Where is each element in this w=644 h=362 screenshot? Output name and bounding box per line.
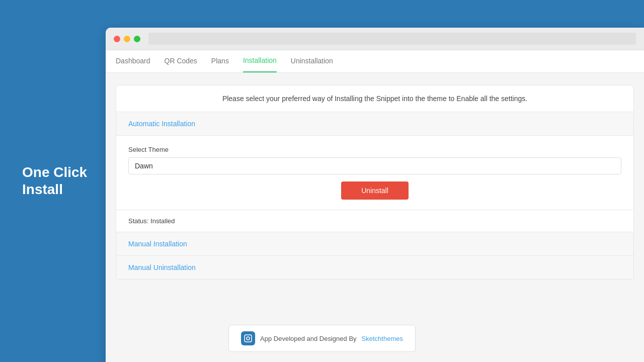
manual-installation-link[interactable]: Manual Installation	[128, 240, 187, 248]
browser-titlebar	[106, 28, 644, 50]
traffic-lights	[114, 36, 140, 42]
theme-input[interactable]	[128, 157, 621, 174]
credit-link[interactable]: Sketchthemes	[362, 335, 403, 342]
automatic-installation-link[interactable]: Automatic Installation	[128, 120, 195, 128]
credit-text: App Developed and Designed By	[260, 335, 357, 342]
status-text: Status: Installed	[116, 210, 633, 232]
sidebar-title: One Click Install	[22, 164, 103, 198]
nav-item-installation[interactable]: Installation	[243, 50, 277, 72]
manual-installation-section: Manual Installation	[116, 232, 633, 256]
nav-item-plans[interactable]: Plans	[211, 50, 229, 72]
uninstall-button[interactable]: Uninstall	[341, 182, 409, 200]
main-card: Please select your preferred way of Inst…	[116, 85, 634, 280]
traffic-light-green[interactable]	[134, 36, 140, 42]
description-bar: Please select your preferred way of Inst…	[116, 85, 633, 112]
nav-item-dashboard[interactable]: Dashboard	[116, 50, 150, 72]
manual-uninstallation-link[interactable]: Manual Uninstallation	[128, 263, 196, 272]
browser-window: Dashboard QR Codes Plans Installation Un…	[106, 28, 644, 362]
select-theme-label: Select Theme	[128, 146, 621, 153]
traffic-light-yellow[interactable]	[124, 36, 130, 42]
select-theme-section: Select Theme Uninstall	[116, 136, 633, 210]
browser-addressbar	[148, 33, 636, 45]
nav-item-uninstallation[interactable]: Uninstallation	[291, 50, 333, 72]
traffic-light-red[interactable]	[114, 36, 120, 42]
app-icon	[241, 331, 255, 345]
browser-nav: Dashboard QR Codes Plans Installation Un…	[106, 50, 644, 73]
nav-item-qrcodes[interactable]: QR Codes	[165, 50, 197, 72]
svg-point-1	[247, 337, 250, 340]
automatic-installation-section: Automatic Installation	[116, 112, 633, 136]
svg-rect-0	[245, 335, 252, 342]
footer-credit: App Developed and Designed By Sketchthem…	[228, 325, 416, 352]
browser-content: Please select your preferred way of Inst…	[106, 73, 644, 292]
manual-uninstallation-section: Manual Uninstallation	[116, 256, 633, 279]
